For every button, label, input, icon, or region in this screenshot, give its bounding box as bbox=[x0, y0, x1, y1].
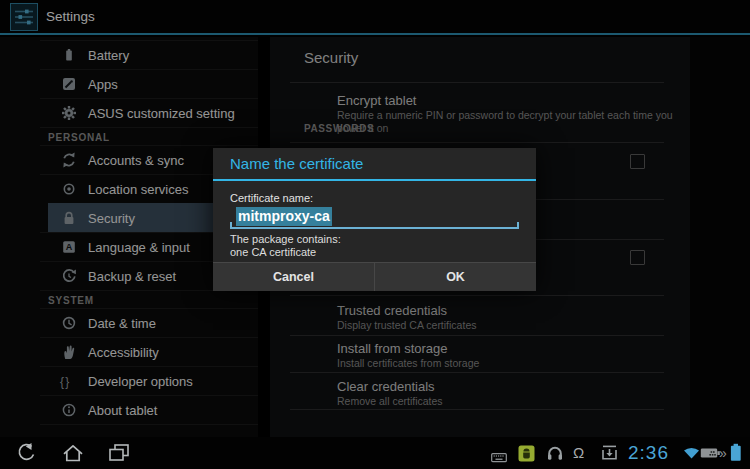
headset-icon[interactable] bbox=[546, 445, 564, 465]
screenshot-tray-icon[interactable] bbox=[601, 445, 618, 465]
package-contains-label: The package contains: bbox=[230, 233, 341, 246]
android-screen: Settings BatteryAppsASUS customized sett… bbox=[0, 0, 750, 469]
dialog-button-bar: Cancel OK bbox=[213, 262, 536, 291]
selected-text: mitmproxy-ca bbox=[236, 207, 332, 226]
system-bar: Ω 2:36 » bbox=[0, 437, 750, 469]
keyboard-icon[interactable] bbox=[491, 449, 507, 467]
cancel-button[interactable]: Cancel bbox=[213, 263, 375, 291]
back-button[interactable] bbox=[15, 442, 41, 468]
certificate-name-input[interactable]: mitmproxy-ca bbox=[230, 206, 519, 227]
package-contains-value: one CA certificate bbox=[230, 246, 316, 259]
battery-icon[interactable] bbox=[730, 443, 742, 466]
chevron-expand-icon[interactable]: » bbox=[719, 445, 727, 461]
certificate-name-label: Certificate name: bbox=[230, 192, 313, 204]
status-clock[interactable]: 2:36 bbox=[628, 442, 669, 464]
name-certificate-dialog: Name the certificate Certificate name: m… bbox=[213, 148, 536, 291]
wifi-icon[interactable] bbox=[683, 445, 700, 464]
dialog-title: Name the certificate bbox=[230, 148, 363, 179]
dock-battery-icon[interactable] bbox=[700, 446, 721, 464]
recent-apps-button[interactable] bbox=[106, 442, 132, 468]
ok-button[interactable]: OK bbox=[375, 263, 536, 291]
usb-debugging-icon[interactable] bbox=[518, 445, 535, 466]
dialog-title-divider bbox=[213, 179, 536, 181]
headphones-icon[interactable]: Ω bbox=[573, 444, 584, 461]
input-underline bbox=[230, 227, 519, 229]
home-button[interactable] bbox=[60, 442, 86, 468]
